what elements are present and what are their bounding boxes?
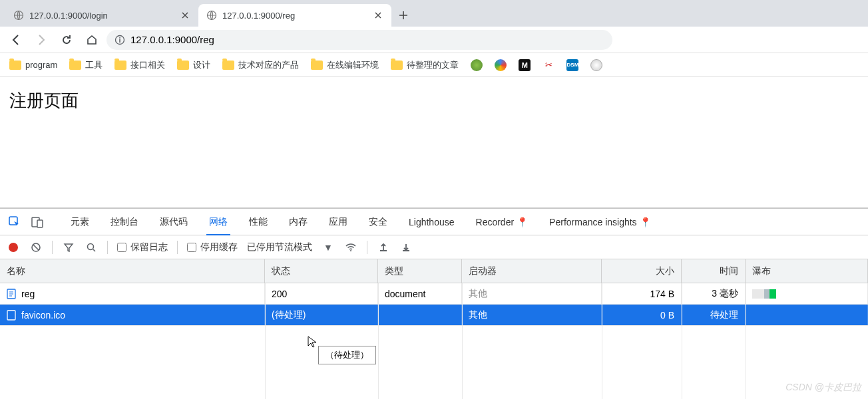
clear-button[interactable]	[29, 241, 43, 254]
browser-tab-active[interactable]: 127.0.0.1:9000/reg	[198, 4, 391, 27]
bookmark-label: 设计	[193, 59, 210, 71]
request-type: document	[378, 283, 462, 304]
extension-icon[interactable]	[590, 59, 602, 71]
svg-rect-4	[119, 39, 120, 43]
forward-button[interactable]	[31, 29, 52, 51]
throttling-select[interactable]: 已停用节流模式	[247, 241, 312, 253]
chevron-down-icon[interactable]: ▼	[322, 241, 335, 254]
bookmark-folder[interactable]: 在线编辑环境	[311, 59, 379, 71]
cursor-icon	[308, 336, 317, 348]
svg-point-10	[350, 250, 351, 251]
reload-button[interactable]	[56, 29, 77, 51]
extension-icon[interactable]	[471, 59, 483, 71]
bookmark-folder[interactable]: program	[9, 60, 57, 70]
col-header-status[interactable]: 状态	[265, 259, 378, 283]
devtools-tab-lighthouse[interactable]: Lighthouse	[398, 209, 465, 235]
upload-icon[interactable]	[377, 241, 390, 254]
network-table-body: reg200document其他174 B3 毫秒favicon.ico(待处理…	[0, 283, 868, 399]
svg-point-3	[119, 37, 120, 39]
request-time: 3 毫秒	[682, 283, 746, 304]
pin-icon: 📍	[517, 217, 528, 227]
request-status: 200	[265, 283, 378, 304]
extension-icon[interactable]: ✂	[542, 59, 554, 71]
bookmark-label: 待整理的文章	[407, 59, 459, 71]
bookmark-label: 技术对应的产品	[238, 59, 299, 71]
request-size: 0 B	[602, 305, 682, 325]
col-header-time[interactable]: 时间	[682, 259, 746, 283]
col-header-size[interactable]: 大小	[602, 259, 682, 283]
url-box[interactable]	[107, 30, 612, 50]
device-toggle-icon[interactable]	[28, 213, 47, 231]
bookmark-label: program	[25, 60, 57, 70]
devtools-tab-application[interactable]: 应用	[318, 209, 358, 235]
folder-icon	[69, 61, 81, 70]
back-button[interactable]	[5, 29, 27, 51]
extension-icon[interactable]: M	[519, 59, 531, 71]
network-row[interactable]: reg200document其他174 B3 毫秒	[0, 283, 868, 305]
bookmark-folder[interactable]: 接口相关	[114, 59, 165, 71]
request-size: 174 B	[602, 283, 682, 304]
request-waterfall	[746, 283, 868, 304]
record-button[interactable]	[7, 241, 20, 254]
extension-icon[interactable]: DSM	[566, 59, 578, 71]
bookmark-label: 工具	[85, 59, 103, 71]
extension-icon[interactable]	[495, 59, 507, 71]
request-status: (待处理)	[265, 305, 378, 325]
request-initiator: 其他	[469, 309, 487, 321]
new-tab-button[interactable]	[394, 6, 413, 25]
svg-point-9	[88, 243, 94, 249]
search-button[interactable]	[85, 241, 98, 254]
svg-rect-7	[37, 220, 43, 227]
pin-icon: 📍	[640, 217, 651, 227]
devtools-tab-sources[interactable]: 源代码	[149, 209, 198, 235]
file-icon	[7, 310, 16, 321]
folder-icon	[114, 61, 126, 70]
close-icon[interactable]	[373, 10, 383, 21]
col-header-waterfall[interactable]: 瀑布	[746, 259, 868, 283]
tooltip: （待处理）	[318, 346, 376, 364]
devtools-tab-console[interactable]: 控制台	[100, 209, 149, 235]
svg-rect-12	[7, 311, 15, 320]
inspect-icon[interactable]	[5, 213, 24, 231]
request-type	[378, 305, 462, 325]
devtools-tab-elements[interactable]: 元素	[60, 209, 100, 235]
bookmarks-bar: program 工具 接口相关 设计 技术对应的产品 在线编辑环境 待整理的文章…	[0, 53, 868, 77]
bookmark-folder[interactable]: 设计	[177, 59, 210, 71]
devtools-tab-perf-insights[interactable]: Performance insights📍	[539, 209, 662, 235]
devtools-tab-security[interactable]: 安全	[358, 209, 398, 235]
devtools-tab-network[interactable]: 网络	[198, 209, 238, 235]
devtools-tab-recorder[interactable]: Recorder📍	[465, 209, 539, 235]
folder-icon	[391, 61, 403, 70]
folder-icon	[9, 61, 21, 70]
filter-button[interactable]	[62, 241, 75, 254]
url-input[interactable]	[130, 34, 604, 45]
bookmark-folder[interactable]: 待整理的文章	[391, 59, 459, 71]
folder-icon	[177, 61, 189, 70]
page-heading: 注册页面	[9, 89, 859, 112]
bookmark-label: 接口相关	[130, 59, 165, 71]
disable-cache-checkbox[interactable]: 停用缓存	[187, 241, 238, 253]
info-icon[interactable]	[114, 35, 125, 45]
network-row[interactable]: favicon.ico(待处理)其他0 B待处理	[0, 305, 868, 326]
watermark: CSDN @卡皮巴拉	[785, 382, 861, 394]
browser-tab-bar: 127.0.0.1:9000/login 127.0.0.1:9000/reg	[0, 0, 868, 27]
address-bar	[0, 27, 868, 53]
browser-tab[interactable]: 127.0.0.1:9000/login	[5, 4, 198, 27]
preserve-log-checkbox[interactable]: 保留日志	[117, 241, 168, 253]
bookmark-folder[interactable]: 技术对应的产品	[222, 59, 299, 71]
request-time: 待处理	[682, 305, 746, 325]
bookmark-folder[interactable]: 工具	[69, 59, 103, 71]
devtools-tab-performance[interactable]: 性能	[238, 209, 278, 235]
col-header-type[interactable]: 类型	[378, 259, 462, 283]
col-header-initiator[interactable]: 启动器	[462, 259, 602, 283]
download-icon[interactable]	[399, 241, 413, 254]
devtools-tab-memory[interactable]: 内存	[278, 209, 318, 235]
wifi-icon[interactable]	[344, 241, 357, 254]
close-icon[interactable]	[180, 10, 190, 21]
network-toolbar: 保留日志 停用缓存 已停用节流模式 ▼	[0, 235, 868, 259]
folder-icon	[311, 61, 323, 70]
tab-title: 127.0.0.1:9000/login	[29, 11, 174, 21]
home-button[interactable]	[81, 29, 103, 51]
col-header-name[interactable]: 名称	[0, 259, 265, 283]
globe-icon	[206, 10, 217, 21]
